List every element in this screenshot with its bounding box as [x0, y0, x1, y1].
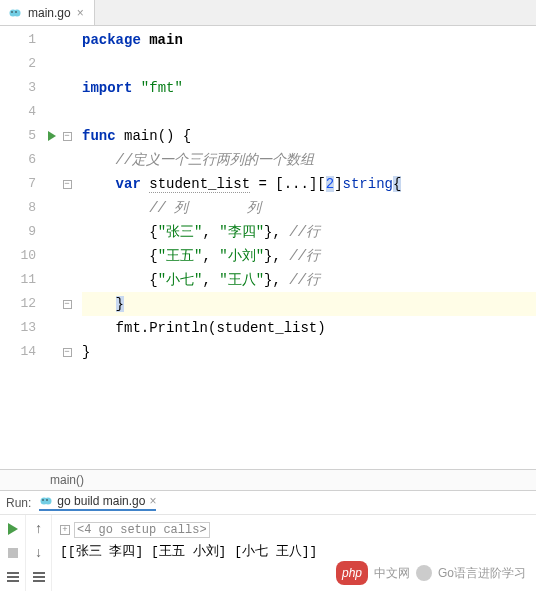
php-badge: php	[336, 561, 368, 585]
comment: //行	[289, 248, 320, 264]
run-config-tab[interactable]: go build main.go ×	[39, 494, 156, 511]
type: string	[343, 176, 393, 192]
soft-wrap-button[interactable]	[31, 569, 47, 585]
string-literal: "fmt"	[141, 80, 183, 96]
run-gutter	[44, 26, 60, 469]
bars-icon	[7, 572, 19, 582]
comment: //行	[289, 272, 320, 288]
svg-point-7	[47, 499, 49, 501]
run-toolbar-left	[0, 515, 26, 591]
fold-toggle[interactable]: −	[60, 340, 74, 364]
string-literal: "李四"	[219, 224, 264, 240]
identifier: student_list	[149, 176, 250, 193]
keyword: import	[82, 80, 132, 96]
fold-toggle[interactable]: −	[60, 124, 74, 148]
line-number: 10	[0, 244, 44, 268]
close-icon[interactable]: ×	[77, 6, 84, 20]
svg-point-1	[14, 9, 21, 16]
comment: //定义一个三行两列的一个数组	[116, 152, 315, 168]
svg-point-2	[11, 11, 13, 13]
run-toolbar-inner: ↑ ↓	[26, 515, 52, 591]
go-file-icon	[39, 494, 53, 508]
editor-tab-bar: main.go ×	[0, 0, 536, 26]
line-number: 9	[0, 220, 44, 244]
run-header: Run: go build main.go ×	[0, 491, 536, 515]
line-number: 2	[0, 52, 44, 76]
string-literal: "王八"	[219, 272, 264, 288]
package-name: main	[149, 32, 183, 48]
fold-toggle[interactable]: −	[60, 292, 74, 316]
line-number: 11	[0, 268, 44, 292]
scroll-up-button[interactable]: ↑	[31, 521, 47, 537]
line-number: 12	[0, 292, 44, 316]
line-number: 5	[0, 124, 44, 148]
line-number: 1	[0, 28, 44, 52]
rerun-button[interactable]	[5, 521, 21, 537]
play-icon	[48, 131, 56, 141]
folded-region[interactable]: <4 go setup calls>	[74, 522, 210, 538]
fold-toggle[interactable]: −	[60, 172, 74, 196]
string-literal: "小刘"	[219, 248, 264, 264]
expand-icon[interactable]: +	[60, 525, 70, 535]
number: 2	[326, 176, 334, 192]
comment: //行	[289, 224, 320, 240]
string-literal: "王五"	[158, 248, 203, 264]
run-tool-window: Run: go build main.go × ↑ ↓ +<4 go setup…	[0, 491, 536, 591]
svg-point-6	[43, 499, 45, 501]
comment: // 列 列	[149, 200, 261, 216]
run-line-marker[interactable]	[44, 124, 60, 148]
call: fmt.Println	[116, 320, 208, 336]
line-number: 6	[0, 148, 44, 172]
layout-button[interactable]	[5, 569, 21, 585]
go-file-icon	[8, 6, 22, 20]
svg-point-3	[15, 11, 17, 13]
close-icon[interactable]: ×	[149, 494, 156, 508]
keyword: package	[82, 32, 141, 48]
watermark: php 中文网 Go语言进阶学习	[336, 561, 526, 585]
line-number: 4	[0, 100, 44, 124]
run-label: Run:	[6, 496, 31, 510]
run-config-name: go build main.go	[57, 494, 145, 508]
string-literal: "小七"	[158, 272, 203, 288]
keyword: func	[82, 128, 116, 144]
tab-main-go[interactable]: main.go ×	[0, 0, 95, 25]
console-line: [[张三 李四] [王五 小刘] [小七 王八]]	[60, 541, 528, 563]
editor: 1 2 3 4 5 6 7 8 9 10 11 12 13 14 − − − −…	[0, 26, 536, 469]
stop-icon	[8, 548, 18, 558]
breadcrumb[interactable]: main()	[0, 469, 536, 491]
line-number: 7	[0, 172, 44, 196]
keyword: var	[116, 176, 141, 192]
code-area[interactable]: package main import "fmt" func main() { …	[74, 26, 536, 469]
watermark-text: 中文网	[374, 562, 410, 584]
wrap-icon	[33, 572, 45, 582]
line-number: 14	[0, 340, 44, 364]
console-output[interactable]: +<4 go setup calls> [[张三 李四] [王五 小刘] [小七…	[52, 515, 536, 591]
breadcrumb-item: main()	[50, 473, 84, 487]
play-icon	[8, 523, 18, 535]
svg-point-5	[45, 498, 52, 505]
line-number: 13	[0, 316, 44, 340]
ellipsis: ...	[284, 176, 309, 192]
scroll-down-button[interactable]: ↓	[31, 545, 47, 561]
func-name: main	[124, 128, 158, 144]
stop-button[interactable]	[5, 545, 21, 561]
fold-gutter: − − − −	[60, 26, 74, 469]
string-literal: "张三"	[158, 224, 203, 240]
line-number-gutter: 1 2 3 4 5 6 7 8 9 10 11 12 13 14	[0, 26, 44, 469]
watermark-text: Go语言进阶学习	[438, 562, 526, 584]
tab-filename: main.go	[28, 6, 71, 20]
wechat-icon	[416, 565, 432, 581]
line-number: 8	[0, 196, 44, 220]
identifier: student_list	[216, 320, 317, 336]
line-number: 3	[0, 76, 44, 100]
